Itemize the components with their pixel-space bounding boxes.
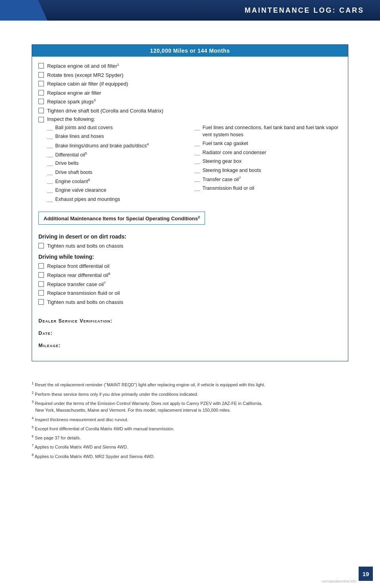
checkbox[interactable]	[38, 299, 44, 305]
list-item: __ Fuel lines and connections, fuel tank…	[194, 124, 342, 139]
item-text: Ball joints and dust covers	[55, 124, 112, 132]
list-item[interactable]: Tighten nuts and bolts on chassis	[38, 242, 342, 250]
checkbox[interactable]	[38, 63, 44, 69]
box-header: 120,000 Miles or 144 Months	[32, 45, 348, 57]
item-text: Brake linings/drums and brake pads/discs…	[55, 142, 148, 150]
footnote-5: 5 Except front differential of Corolla M…	[32, 424, 348, 432]
list-item: __ Fuel tank cap gasket	[194, 140, 342, 148]
item-text: Differential oil5	[55, 151, 87, 159]
item-text: Tighten drive shaft bolt (Corolla and Co…	[47, 107, 163, 115]
box-content: Replace engine oil and oil filter1 Rotat…	[32, 57, 348, 361]
list-item: __ Transfer case oil7	[194, 176, 342, 183]
item-text: Exhaust pipes and mountings	[55, 196, 120, 203]
footnote-8: 8 Applies to Corolla Matrix 4WD, MR2 Spy…	[32, 452, 348, 460]
list-item: __ Drive belts	[47, 160, 194, 168]
dealer-section: Dealer Service Verification: Date: Milea…	[38, 314, 342, 348]
watermark: carmanualsonline.info	[321, 579, 356, 583]
item-text: Replace spark plugs3	[47, 98, 96, 106]
item-text: Steering gear box	[202, 158, 241, 165]
inspect-col-right: __ Fuel lines and connections, fuel tank…	[194, 124, 342, 205]
list-item[interactable]: Rotate tires (except MR2 Spyder)	[38, 71, 342, 79]
list-item: __ Exhaust pipes and mountings	[47, 196, 194, 204]
footnote-4: 4 Inspect thickness measurement and disc…	[32, 415, 348, 423]
item-text: Drive shaft boots	[55, 169, 92, 176]
list-item: __ Drive shaft boots	[47, 169, 194, 177]
footnote-6: 6 See page 37 for details.	[32, 433, 348, 441]
item-text: Replace cabin air filter (if equipped)	[47, 80, 128, 88]
footnote-7: 7 Applies to Corolla Matrix 4WD and Sien…	[32, 443, 348, 451]
list-item[interactable]: Replace cabin air filter (if equipped)	[38, 80, 342, 88]
item-text: Replace engine air filter	[47, 89, 101, 97]
footnote-text: Inspect thickness measurement and disc r…	[35, 417, 128, 422]
item-text: Transfer case oil7	[202, 176, 241, 183]
list-item[interactable]: Replace spark plugs3	[38, 98, 342, 106]
list-item[interactable]: Replace engine oil and oil filter1	[38, 62, 342, 70]
item-text: Fuel tank cap gasket	[202, 140, 248, 147]
list-item[interactable]: Replace engine air filter	[38, 89, 342, 97]
checkbox[interactable]	[38, 281, 44, 287]
item-text: Drive belts	[55, 160, 78, 167]
header-bar: Maintenance Log: Cars	[0, 0, 380, 21]
conditions-title: Additional Maintenance Items for Special…	[44, 216, 200, 221]
checkbox[interactable]	[38, 90, 44, 95]
list-item[interactable]: Replace transmission fluid or oil	[38, 289, 342, 297]
item-text: Rotate tires (except MR2 Spyder)	[47, 71, 124, 79]
footnote-text: Required under the terms of the Emission…	[32, 401, 262, 413]
item-text: Brake lines and hoses	[55, 133, 104, 140]
checkbox[interactable]	[38, 81, 44, 86]
page-title: Maintenance Log: Cars	[245, 6, 364, 15]
list-item: __ Engine coolant6	[47, 178, 194, 185]
footnote-3: 3 Required under the terms of the Emissi…	[32, 399, 348, 414]
item-text: Engine coolant6	[55, 178, 90, 185]
list-item[interactable]: Tighten drive shaft bolt (Corolla and Co…	[38, 107, 342, 115]
list-item: __ Brake linings/drums and brake pads/di…	[47, 142, 194, 150]
footnote-text: Perform these service items only if you …	[35, 391, 198, 396]
checkbox[interactable]	[38, 272, 44, 278]
list-item: __ Differential oil5	[47, 151, 194, 159]
list-item: __ Brake lines and hoses	[47, 133, 194, 141]
inspect-text: Inspect the following:	[47, 116, 95, 122]
footnote-text: Reset the oil replacement reminder ("MAI…	[35, 382, 265, 387]
list-item[interactable]: Replace rear differential oil8	[38, 271, 342, 279]
list-item: __ Ball joints and dust covers	[47, 124, 194, 132]
footnote-text: See page 37 for details.	[35, 435, 81, 440]
item-text: Tighten nuts and bolts on chassis	[47, 242, 123, 250]
footnote-text: Except front differential of Corolla Mat…	[35, 426, 175, 431]
main-content: 120,000 Miles or 144 Months Replace engi…	[0, 21, 380, 377]
footnote-text: Applies to Corolla Matrix 4WD and Sienna…	[34, 445, 128, 449]
checkbox[interactable]	[38, 72, 44, 78]
list-item: __ Steering linkage and boots	[194, 167, 342, 175]
item-text: Replace rear differential oil8	[47, 271, 110, 279]
checkbox[interactable]	[38, 99, 44, 104]
towing-section-title: Driving while towing:	[38, 254, 342, 260]
maintenance-box: 120,000 Miles or 144 Months Replace engi…	[32, 44, 348, 361]
list-item[interactable]: Replace front differential oil	[38, 262, 342, 270]
item-text: Steering linkage and boots	[202, 167, 261, 174]
item-text: Engine valve clearance	[55, 187, 106, 194]
checkbox[interactable]	[38, 108, 44, 113]
checkbox[interactable]	[38, 117, 44, 122]
desert-section-title: Driving in desert or on dirt roads:	[38, 233, 342, 240]
mileage-label: Mileage:	[38, 342, 342, 348]
footnotes-section: 1 Reset the oil replacement reminder ("M…	[0, 377, 380, 469]
item-text: Replace engine oil and oil filter1	[47, 62, 119, 70]
list-item: __ Radiator core and condenser	[194, 149, 342, 157]
checkbox[interactable]	[38, 290, 44, 296]
list-item: __ Engine valve clearance	[47, 187, 194, 195]
list-item: __ Transmission fluid or oil	[194, 185, 342, 193]
dealer-label: Dealer Service Verification:	[38, 318, 342, 324]
footnote-2: 2 Perform these service items only if yo…	[32, 390, 348, 398]
item-text: Replace transmission fluid or oil	[47, 289, 120, 297]
inspect-columns: __ Ball joints and dust covers __ Brake …	[47, 124, 342, 205]
inspect-label: Inspect the following:	[38, 116, 342, 122]
footnote-1: 1 Reset the oil replacement reminder ("M…	[32, 380, 348, 388]
item-text: Replace transfer case oil7	[47, 281, 106, 288]
item-text: Radiator core and condenser	[202, 149, 266, 157]
checkbox[interactable]	[38, 263, 44, 269]
conditions-box: Additional Maintenance Items for Special…	[38, 212, 205, 224]
list-item[interactable]: Replace transfer case oil7	[38, 281, 342, 288]
list-item: __ Steering gear box	[194, 158, 342, 166]
checkbox[interactable]	[38, 243, 44, 248]
list-item[interactable]: Tighten nuts and bolts on chassis	[38, 298, 342, 306]
inspect-col-left: __ Ball joints and dust covers __ Brake …	[47, 124, 194, 205]
